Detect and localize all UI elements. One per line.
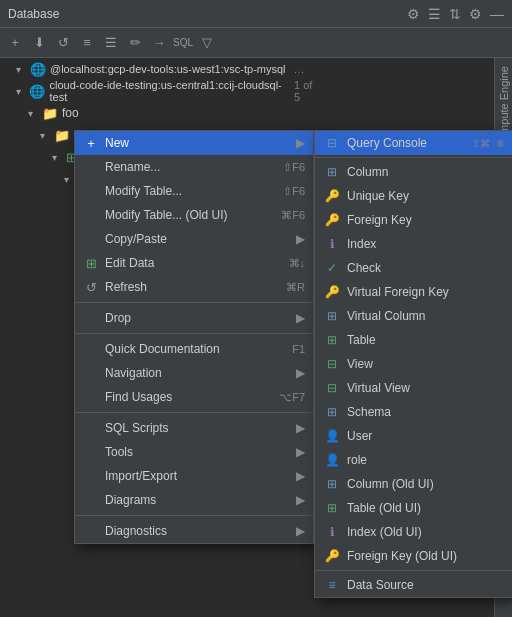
menu-item-tools[interactable]: Tools ▶ — [75, 440, 313, 464]
submenu-item-schema[interactable]: ⊞ Schema — [315, 400, 512, 424]
menu-item-diagnostics[interactable]: Diagnostics ▶ — [75, 519, 313, 543]
schema-icon: ⊞ — [323, 405, 341, 419]
arrow-icon: ▶ — [296, 445, 305, 459]
menu-item-sql-scripts[interactable]: SQL Scripts ▶ — [75, 416, 313, 440]
submenu-label-role: role — [347, 453, 505, 467]
arrow-icon: ▶ — [296, 136, 305, 150]
menu-label-new: New — [105, 136, 290, 150]
submenu-item-role[interactable]: 👤 role — [315, 448, 512, 472]
submenu-item-index[interactable]: ℹ Index — [315, 232, 512, 256]
submenu-label-data-source: Data Source — [347, 578, 505, 592]
index-old-icon: ℹ — [323, 525, 341, 539]
refresh-button[interactable]: ↺ — [52, 32, 74, 54]
menu-item-edit-data[interactable]: ⊞ Edit Data ⌘↓ — [75, 251, 313, 275]
submenu-label-col-old: Column (Old UI) — [347, 477, 505, 491]
index-icon: ℹ — [323, 237, 341, 251]
submenu-item-virtual-col[interactable]: ⊞ Virtual Column — [315, 304, 512, 328]
edit-button[interactable]: ✏ — [124, 32, 146, 54]
submenu-item-foreign-key[interactable]: 🔑 Foreign Key — [315, 208, 512, 232]
menu-item-navigation[interactable]: Navigation ▶ — [75, 361, 313, 385]
submenu-separator — [315, 157, 512, 158]
list-button[interactable]: ☰ — [100, 32, 122, 54]
submenu-item-index-old[interactable]: ℹ Index (Old UI) — [315, 520, 512, 544]
shortcut-quickdoc: F1 — [292, 343, 305, 355]
submenu-item-query-console[interactable]: ⊟ Query Console ⇧⌘ ⑥ — [315, 131, 512, 155]
menu-label-edit-data: Edit Data — [105, 256, 283, 270]
arrow-icon: ▶ — [296, 232, 305, 246]
settings-icon[interactable]: ⚙ — [407, 6, 420, 22]
grid-icon: ⊞ — [83, 256, 99, 271]
submenu-label-virtual-view: Virtual View — [347, 381, 505, 395]
menu-item-refresh[interactable]: ↺ Refresh ⌘R — [75, 275, 313, 299]
submenu-label-check: Check — [347, 261, 505, 275]
separator-2 — [75, 333, 313, 334]
tree-badge-cloud: 1 of 5 — [294, 79, 320, 103]
submenu-item-column-old[interactable]: ⊞ Column (Old UI) — [315, 472, 512, 496]
menu-item-rename[interactable]: Rename... ⇧F6 — [75, 155, 313, 179]
menu-label-navigation: Navigation — [105, 366, 290, 380]
arrow-icon: ▶ — [296, 469, 305, 483]
submenu-label-foreign-key: Foreign Key — [347, 213, 505, 227]
filter2-button[interactable]: ▽ — [196, 32, 218, 54]
shortcut-rename: ⇧F6 — [283, 161, 305, 174]
submenu-label-index-old: Index (Old UI) — [347, 525, 505, 539]
filter-button[interactable]: ≡ — [76, 32, 98, 54]
submenu-item-fk-old[interactable]: 🔑 Foreign Key (Old UI) — [315, 544, 512, 568]
vcol-icon: ⊞ — [323, 309, 341, 323]
menu-item-modify-table[interactable]: Modify Table... ⇧F6 — [75, 179, 313, 203]
submenu-item-view[interactable]: ⊟ View — [315, 352, 512, 376]
sql-button[interactable]: SQL — [172, 32, 194, 54]
check-icon: ✓ — [323, 261, 341, 275]
arrow-icon: ▶ — [296, 366, 305, 380]
menu-item-drop[interactable]: Drop ▶ — [75, 306, 313, 330]
tree-item-foo[interactable]: ▾ 📁 foo — [0, 102, 320, 124]
column-icon: ⊞ — [323, 165, 341, 179]
menu-item-quick-doc[interactable]: Quick Documentation F1 — [75, 337, 313, 361]
submenu-label-schema: Schema — [347, 405, 505, 419]
menu-item-import-export[interactable]: Import/Export ▶ — [75, 464, 313, 488]
gear-icon[interactable]: ⚙ — [469, 6, 482, 22]
submenu-item-column[interactable]: ⊞ Column — [315, 160, 512, 184]
menu-icon[interactable]: ☰ — [428, 6, 441, 22]
submenu-separator-2 — [315, 570, 512, 571]
tree-item-localhost[interactable]: ▾ 🌐 @localhost:gcp-dev-tools:us-west1:vs… — [0, 58, 320, 80]
shortcut-console: ⇧⌘ — [472, 138, 490, 149]
data-source-icon: ≡ — [323, 578, 341, 592]
separator-3 — [75, 412, 313, 413]
menu-label-find-usages: Find Usages — [105, 390, 273, 404]
arrow-icon: ▶ — [296, 311, 305, 325]
submenu-label-column: Column — [347, 165, 505, 179]
menu-item-copy-paste[interactable]: Copy/Paste ▶ — [75, 227, 313, 251]
menu-label-copy-paste: Copy/Paste — [105, 232, 290, 246]
unique-key-icon: 🔑 — [323, 189, 341, 203]
submenu-label-index: Index — [347, 237, 505, 251]
minimize-icon[interactable]: — — [490, 6, 504, 22]
tree-arrow: ▾ — [16, 86, 25, 97]
submenu-item-table[interactable]: ⊞ Table — [315, 328, 512, 352]
tree-item-cloud[interactable]: ▾ 🌐 cloud-code-ide-testing:us-central1:c… — [0, 80, 320, 102]
table-icon: ⊞ — [323, 333, 341, 347]
arrow-button[interactable]: → — [148, 32, 170, 54]
arrow-icon: ▶ — [296, 524, 305, 538]
submenu-label-table-old: Table (Old UI) — [347, 501, 505, 515]
submenu-item-check[interactable]: ✓ Check — [315, 256, 512, 280]
download-button[interactable]: ⬇ — [28, 32, 50, 54]
menu-item-find-usages[interactable]: Find Usages ⌥F7 — [75, 385, 313, 409]
shortcut-find: ⌥F7 — [279, 391, 305, 404]
submenu-label-table: Table — [347, 333, 505, 347]
shortcut-refresh: ⌘R — [286, 281, 305, 294]
menu-item-diagrams[interactable]: Diagrams ▶ — [75, 488, 313, 512]
submenu-item-data-source[interactable]: ≡ Data Source — [315, 573, 512, 597]
submenu-item-vfk[interactable]: 🔑 Virtual Foreign Key — [315, 280, 512, 304]
submenu-item-user[interactable]: 👤 User — [315, 424, 512, 448]
menu-item-new[interactable]: + New ▶ — [75, 131, 313, 155]
submenu-item-virtual-view[interactable]: ⊟ Virtual View — [315, 376, 512, 400]
menu-item-modify-table-old[interactable]: Modify Table... (Old UI) ⌘F6 — [75, 203, 313, 227]
submenu-item-unique-key[interactable]: 🔑 Unique Key — [315, 184, 512, 208]
context-menu: + New ▶ Rename... ⇧F6 Modify Table... ⇧F… — [74, 130, 314, 544]
sort-icon[interactable]: ⇅ — [449, 6, 461, 22]
folder-icon: 📁 — [42, 106, 58, 121]
submenu-label-virtual-col: Virtual Column — [347, 309, 505, 323]
add-button[interactable]: + — [4, 32, 26, 54]
submenu-item-table-old[interactable]: ⊞ Table (Old UI) — [315, 496, 512, 520]
